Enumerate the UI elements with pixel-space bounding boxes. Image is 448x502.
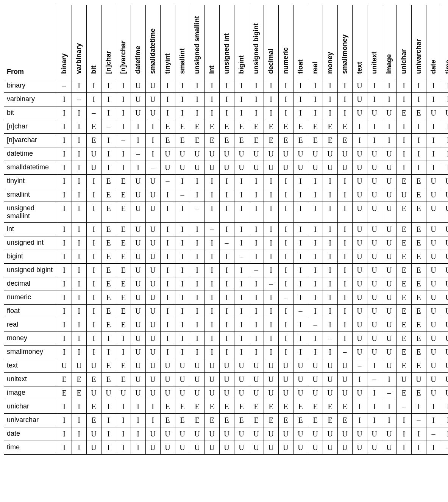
cell: I <box>337 202 352 223</box>
cell: I <box>57 188 72 202</box>
cell: E <box>204 414 219 427</box>
cell: I <box>72 277 86 291</box>
cell: U <box>382 359 396 373</box>
cell: E <box>101 188 116 202</box>
table-row: timeIIUIIIUUUUUUUUUUUUUUUUUIII– <box>4 441 448 455</box>
col-header-int: int <box>204 5 219 79</box>
cell: U <box>131 223 145 236</box>
cell: – <box>101 120 116 134</box>
col-header-label: unichar <box>400 49 408 74</box>
cell: U <box>426 264 441 277</box>
cell: U <box>426 202 441 223</box>
cell: U <box>249 161 264 175</box>
cell: I <box>234 332 249 346</box>
cell: U <box>293 427 308 441</box>
cell: I <box>441 120 448 134</box>
cell: U <box>308 427 323 441</box>
cell: U <box>352 386 367 400</box>
row-header-time: time <box>4 441 57 455</box>
cell: I <box>57 400 72 414</box>
cell: I <box>160 291 175 305</box>
cell: E <box>249 400 264 414</box>
cell: U <box>131 318 145 332</box>
cell: I <box>293 291 308 305</box>
cell: U <box>190 427 204 441</box>
cell: U <box>426 373 441 386</box>
cell: U <box>219 441 234 455</box>
cell: I <box>323 202 337 223</box>
cell: U <box>367 305 382 318</box>
cell: I <box>323 264 337 277</box>
cell: U <box>190 373 204 386</box>
cell: I <box>145 147 160 161</box>
cell: I <box>249 79 264 93</box>
col-header-unitext: unitext <box>367 5 382 79</box>
cell: U <box>264 373 278 386</box>
cell: I <box>264 202 278 223</box>
cell: U <box>86 359 101 373</box>
cell: I <box>57 332 72 346</box>
table-row: smalldatetimeIIUIII–UUUUUUUUUUUUUUUUIIII <box>4 161 448 175</box>
cell: I <box>278 175 293 188</box>
cell: I <box>190 93 204 106</box>
cell: E <box>249 134 264 147</box>
cell: U <box>249 147 264 161</box>
row-header-image: image <box>4 386 57 400</box>
cell: E <box>72 386 86 400</box>
cell: I <box>293 332 308 346</box>
cell: I <box>57 134 72 147</box>
cell: U <box>352 291 367 305</box>
cell: E <box>219 120 234 134</box>
cell: U <box>57 359 72 373</box>
cell: I <box>101 134 116 147</box>
cell: I <box>441 427 448 441</box>
cell: U <box>131 291 145 305</box>
cell: I <box>411 79 426 93</box>
cell: – <box>382 386 396 400</box>
cell: I <box>131 400 145 414</box>
cell: U <box>175 147 190 161</box>
cell: E <box>337 120 352 134</box>
cell: I <box>396 93 411 106</box>
cell: – <box>234 250 249 264</box>
cell: E <box>278 120 293 134</box>
cell: U <box>293 373 308 386</box>
cell: E <box>86 373 101 386</box>
cell: I <box>323 250 337 264</box>
cell: I <box>264 264 278 277</box>
cell: I <box>204 250 219 264</box>
row-header-money: money <box>4 332 57 346</box>
cell: – <box>411 414 426 427</box>
cell: I <box>426 441 441 455</box>
cell: I <box>249 318 264 332</box>
cell: I <box>396 120 411 134</box>
cell: I <box>175 277 190 291</box>
table-row: univarcharIIEIIIIEEEEEEEEEEEEEIIII–II <box>4 414 448 427</box>
cell: I <box>145 400 160 414</box>
cell: U <box>190 386 204 400</box>
cell: E <box>396 359 411 373</box>
cell: I <box>441 134 448 147</box>
col-header-unsigned-int: unsigned int <box>219 5 234 79</box>
cell: U <box>278 359 293 373</box>
cell: E <box>116 305 131 318</box>
cell: I <box>86 264 101 277</box>
cell: I <box>249 188 264 202</box>
cell: E <box>101 318 116 332</box>
cell: I <box>204 346 219 359</box>
cell: I <box>249 223 264 236</box>
cell: I <box>131 414 145 427</box>
cell: I <box>293 93 308 106</box>
cell: I <box>160 79 175 93</box>
cell: I <box>204 264 219 277</box>
cell: I <box>131 161 145 175</box>
row-header-text: text <box>4 359 57 373</box>
col-header-label: [n]varchar <box>119 41 127 74</box>
cell: U <box>131 175 145 188</box>
cell: I <box>308 175 323 188</box>
cell: E <box>396 106 411 120</box>
col-header-tinyint: tinyint <box>160 5 175 79</box>
cell: I <box>175 236 190 250</box>
cell: U <box>101 386 116 400</box>
col-header-label: unsigned smallint <box>193 16 201 74</box>
